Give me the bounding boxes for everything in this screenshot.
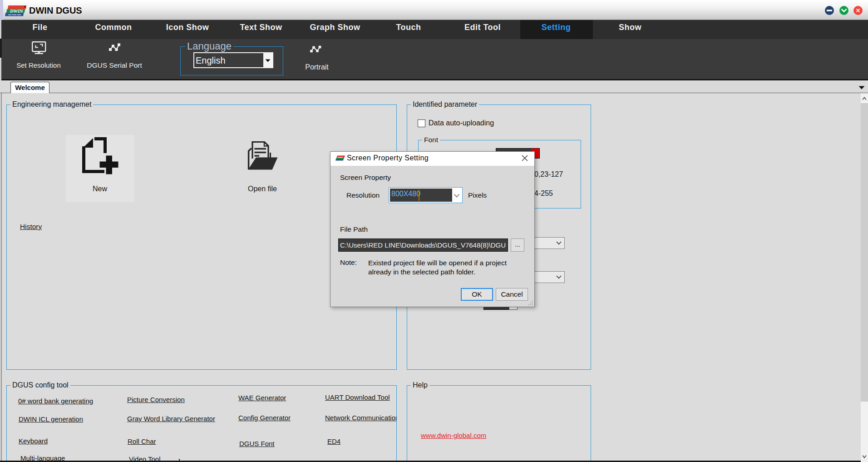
svg-text:DWIN: DWIN xyxy=(10,9,23,14)
